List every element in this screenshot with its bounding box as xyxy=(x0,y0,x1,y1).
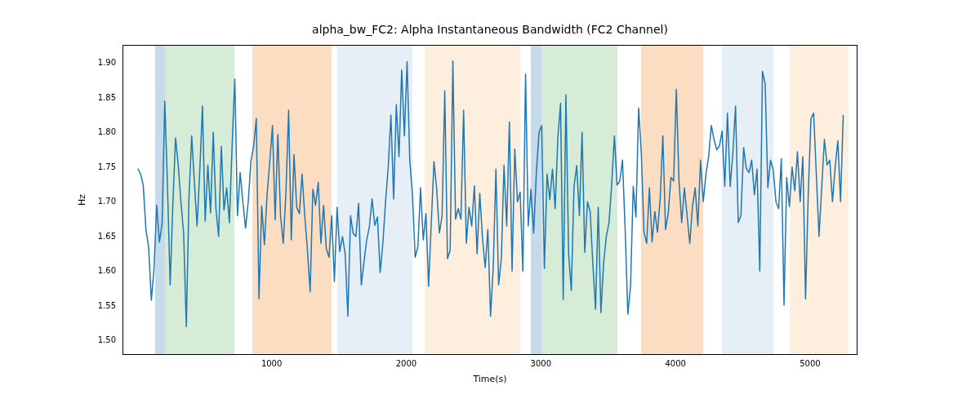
y-tick-label: 1.90 xyxy=(98,58,116,67)
x-tick-label: 4000 xyxy=(665,359,685,368)
x-tick-label: 5000 xyxy=(800,359,820,368)
line-series xyxy=(123,46,858,355)
y-tick-label: 1.85 xyxy=(98,92,116,101)
y-tick-label: 1.60 xyxy=(98,266,116,275)
axes-area xyxy=(122,45,858,355)
y-tick-label: 1.65 xyxy=(98,231,116,240)
y-axis-label: Hz xyxy=(77,194,87,206)
x-axis-label: Time(s) xyxy=(122,374,858,384)
x-tick-label: 1000 xyxy=(261,359,282,368)
y-tick-label: 1.55 xyxy=(98,300,116,309)
y-tick-label: 1.80 xyxy=(98,127,116,136)
x-tick-label: 3000 xyxy=(531,359,551,368)
figure: alpha_bw_FC2: Alpha Instantaneous Bandwi… xyxy=(0,0,980,408)
series-path xyxy=(138,61,844,327)
y-tick-label: 1.75 xyxy=(98,162,116,171)
x-tick-label: 2000 xyxy=(396,359,416,368)
y-tick-label: 1.50 xyxy=(98,335,116,344)
y-tick-label: 1.70 xyxy=(98,197,116,206)
chart-title: alpha_bw_FC2: Alpha Instantaneous Bandwi… xyxy=(0,23,980,36)
